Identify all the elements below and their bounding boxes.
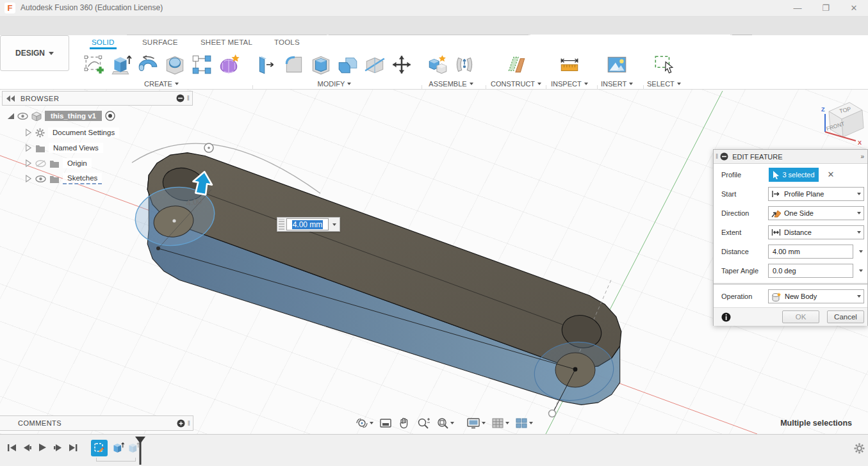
combine-icon[interactable] <box>336 52 360 77</box>
construct-plane-icon[interactable] <box>504 52 528 77</box>
dimension-input[interactable]: 4.00 mm <box>286 218 329 230</box>
group-label-select[interactable]: SELECT <box>647 80 681 88</box>
close-button[interactable]: ✕ <box>840 0 868 16</box>
zoom-window-caret-icon[interactable] <box>450 422 454 424</box>
sketch-endpoint-handle[interactable] <box>549 410 556 417</box>
visibility-eye-icon[interactable] <box>17 113 28 120</box>
create-form-icon[interactable] <box>217 52 241 77</box>
sketch-point-left[interactable] <box>172 219 176 222</box>
drag-grip-icon[interactable] <box>279 219 284 230</box>
grid-snap-button[interactable] <box>489 417 511 430</box>
tree-row-origin[interactable]: Origin <box>24 156 119 170</box>
root-component-label[interactable]: this_thing v1 <box>45 111 102 121</box>
minimize-button[interactable]: — <box>783 0 812 16</box>
pan-button[interactable] <box>396 417 413 430</box>
new-component-icon[interactable] <box>425 52 450 77</box>
comments-grip-icon[interactable]: ‖ <box>188 420 190 427</box>
workspace-selector[interactable]: DESIGN <box>0 35 69 71</box>
select-icon[interactable] <box>651 52 676 77</box>
tab-surface[interactable]: SURFACE <box>142 38 178 46</box>
tab-tools[interactable]: TOOLS <box>274 38 300 46</box>
info-icon[interactable] <box>721 312 731 322</box>
dimension-caret-icon[interactable] <box>329 218 340 231</box>
display-caret-icon[interactable] <box>482 422 486 424</box>
dialog-header[interactable]: ‖ EDIT FEATURE » <box>714 150 867 164</box>
timeline-play-button[interactable] <box>36 442 49 453</box>
hole-icon[interactable] <box>163 52 187 77</box>
display-settings-button[interactable] <box>464 417 487 430</box>
browser-minimize-icon[interactable] <box>176 94 184 102</box>
group-label-modify[interactable]: MODIFY <box>318 80 352 88</box>
extrude-icon[interactable] <box>109 52 133 77</box>
dialog-grip-icon[interactable]: ‖ <box>716 153 718 160</box>
tab-sheet-metal[interactable]: SHEET METAL <box>201 38 252 46</box>
group-label-assemble[interactable]: ASSEMBLE <box>429 80 473 88</box>
viewports-caret-icon[interactable] <box>529 422 533 424</box>
group-label-inspect[interactable]: INSPECT <box>551 80 588 88</box>
viewports-button[interactable] <box>513 417 535 430</box>
collapse-panel-icon[interactable] <box>6 95 15 102</box>
distance-caret-icon[interactable] <box>856 245 866 259</box>
dialog-expand-icon[interactable]: » <box>860 153 864 160</box>
visibility-eye-icon[interactable] <box>35 175 46 182</box>
ok-button[interactable]: OK <box>782 310 819 323</box>
browser-panel-header[interactable]: BROWSER ‖ <box>2 91 193 106</box>
tree-row-named-views[interactable]: Named Views <box>24 141 119 155</box>
timeline-settings-gear-icon[interactable] <box>854 443 865 454</box>
look-at-button[interactable] <box>377 417 394 430</box>
insert-image-icon[interactable] <box>605 52 629 77</box>
activate-radio-icon[interactable] <box>105 111 115 121</box>
taper-caret-icon[interactable] <box>856 264 866 278</box>
tree-row-document-settings[interactable]: Document Settings <box>24 125 119 140</box>
restore-button[interactable]: ❐ <box>812 0 840 16</box>
expander-icon[interactable] <box>6 112 14 120</box>
start-dropdown[interactable]: Profile Plane <box>768 187 864 201</box>
measure-icon[interactable] <box>557 52 582 77</box>
expand-arrow-icon[interactable] <box>24 175 32 182</box>
tree-item-label[interactable]: Origin <box>63 158 92 168</box>
timeline-sketch-feature-selected[interactable] <box>91 440 108 456</box>
split-body-icon[interactable] <box>363 52 387 77</box>
cancel-button[interactable]: Cancel <box>827 310 864 323</box>
create-sketch-icon[interactable] <box>82 52 106 77</box>
revolve-icon[interactable] <box>136 52 160 77</box>
timeline-step-forward-button[interactable] <box>51 442 64 453</box>
pattern-icon[interactable] <box>190 52 214 77</box>
orbit-caret-icon[interactable] <box>370 422 373 424</box>
timeline-skip-start-button[interactable] <box>5 442 18 453</box>
expand-arrow-icon[interactable] <box>24 159 32 167</box>
zoom-window-button[interactable] <box>434 417 456 430</box>
visibility-off-eye-icon[interactable] <box>35 160 46 167</box>
move-icon[interactable] <box>389 52 414 77</box>
tab-solid[interactable]: SOLID <box>92 38 115 46</box>
clear-selection-icon[interactable]: ✕ <box>825 168 837 182</box>
dimension-input-box[interactable]: 4.00 mm <box>277 217 340 232</box>
joint-icon[interactable] <box>452 52 477 77</box>
timeline-step-back-button[interactable] <box>20 442 33 453</box>
zoom-button[interactable] <box>414 417 432 430</box>
direction-dropdown[interactable]: One Side <box>768 206 864 220</box>
timeline-extrude-feature[interactable] <box>110 440 126 456</box>
add-comment-icon[interactable] <box>177 419 185 428</box>
operation-dropdown[interactable]: New Body <box>768 289 864 303</box>
group-label-construct[interactable]: CONSTRUCT <box>491 80 541 88</box>
comments-panel-header[interactable]: COMMENTS ‖ <box>0 415 193 431</box>
timeline-skip-end-button[interactable] <box>67 442 79 453</box>
profile-selection-button[interactable]: 3 selected <box>769 168 819 182</box>
expand-arrow-icon[interactable] <box>24 144 32 152</box>
timeline-position-marker[interactable] <box>135 437 146 465</box>
view-cube[interactable]: TOP FRONT Z X <box>819 95 867 149</box>
press-pull-icon[interactable] <box>255 52 279 77</box>
dialog-minimize-icon[interactable] <box>720 152 728 161</box>
tree-item-label[interactable]: Document Settings <box>48 127 119 138</box>
distance-input[interactable]: 4.00 mm <box>768 245 853 259</box>
extent-dropdown[interactable]: Distance <box>768 225 864 239</box>
tree-row-sketches[interactable]: Sketches <box>24 172 119 186</box>
browser-grip-icon[interactable]: ‖ <box>187 95 190 102</box>
tree-item-label[interactable]: Named Views <box>49 143 103 153</box>
sketch-point[interactable] <box>156 246 160 250</box>
taper-angle-input[interactable]: 0.0 deg <box>768 264 853 278</box>
grid-caret-icon[interactable] <box>505 422 509 424</box>
orbit-button[interactable] <box>354 417 375 430</box>
group-label-insert[interactable]: INSERT <box>601 80 633 88</box>
